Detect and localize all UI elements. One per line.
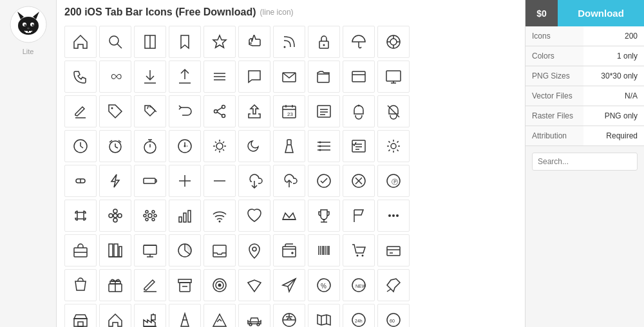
icon-asterisk[interactable] <box>134 200 166 232</box>
icon-factory[interactable] <box>134 304 166 327</box>
icon-download[interactable] <box>134 61 166 93</box>
icon-presentation[interactable] <box>134 234 166 266</box>
icon-stopwatch[interactable] <box>134 130 166 162</box>
icon-p-circle[interactable]: Ⓟ <box>377 165 410 197</box>
icon-briefcase[interactable] <box>64 234 97 266</box>
svg-point-57 <box>358 105 360 107</box>
icon-check-circle[interactable] <box>308 165 340 197</box>
search-input[interactable] <box>532 153 638 171</box>
icon-list[interactable] <box>308 95 340 127</box>
svg-point-16 <box>284 46 286 48</box>
icon-plus[interactable] <box>169 165 201 197</box>
icon-percent[interactable]: % <box>308 269 340 301</box>
icon-piechart[interactable] <box>169 234 201 266</box>
icon-alarm[interactable] <box>99 130 131 162</box>
icon-60fps[interactable]: 60 <box>377 304 410 327</box>
svg-line-64 <box>115 147 118 148</box>
icon-mail[interactable] <box>273 61 305 93</box>
icon-barchart[interactable] <box>169 200 201 232</box>
icon-phone[interactable] <box>64 61 97 93</box>
icon-calendar[interactable]: 23 <box>273 95 305 127</box>
icon-crown[interactable] <box>273 200 305 232</box>
icon-house[interactable] <box>99 304 131 327</box>
icon-new-badge[interactable]: NEW <box>343 269 375 301</box>
icon-barcode[interactable] <box>308 234 340 266</box>
icon-send[interactable] <box>273 269 305 301</box>
icon-share2[interactable] <box>238 95 270 127</box>
icon-bell[interactable] <box>343 95 375 127</box>
icon-24h[interactable]: 24h <box>343 304 375 327</box>
icon-flashlight[interactable] <box>273 130 305 162</box>
icon-flag[interactable] <box>343 200 375 232</box>
icon-bookshelf[interactable] <box>99 234 131 266</box>
icon-star[interactable] <box>204 26 236 58</box>
icon-lock[interactable] <box>308 26 340 58</box>
svg-rect-139 <box>109 244 113 257</box>
icon-wifi[interactable] <box>204 200 236 232</box>
info-label: Raster Files <box>526 106 583 126</box>
icon-minus[interactable] <box>204 165 236 197</box>
icon-creditcard[interactable] <box>377 234 410 266</box>
icon-lightning[interactable] <box>99 165 131 197</box>
icon-window[interactable] <box>343 61 375 93</box>
icon-rss[interactable] <box>273 26 305 58</box>
icon-cloud-download[interactable] <box>238 165 270 197</box>
icon-plane[interactable] <box>273 304 305 327</box>
icon-tag[interactable] <box>99 95 131 127</box>
icon-chat[interactable] <box>238 61 270 93</box>
icon-store[interactable] <box>64 304 97 327</box>
icon-search[interactable] <box>99 26 131 58</box>
icon-sun[interactable] <box>204 130 236 162</box>
icon-shoppingbag[interactable] <box>64 269 97 301</box>
icon-lifesaver[interactable] <box>377 26 410 58</box>
icon-car[interactable] <box>238 304 270 327</box>
icon-monitor[interactable] <box>377 61 410 93</box>
icon-timer[interactable] <box>169 130 201 162</box>
icon-x-circle[interactable] <box>343 165 375 197</box>
icon-tags[interactable] <box>134 95 166 127</box>
icon-folders[interactable] <box>308 61 340 93</box>
icon-pin[interactable] <box>377 269 410 301</box>
icon-battery[interactable] <box>134 165 166 197</box>
icon-moon[interactable] <box>238 130 270 162</box>
svg-point-87 <box>319 145 321 147</box>
icon-pill[interactable] <box>64 165 97 197</box>
icon-undo[interactable] <box>169 95 201 127</box>
icon-trophy[interactable] <box>308 200 340 232</box>
icon-settings[interactable] <box>377 130 410 162</box>
icon-list2[interactable] <box>308 130 340 162</box>
icon-location-pin[interactable] <box>238 234 270 266</box>
icon-clock[interactable] <box>64 130 97 162</box>
icon-edit[interactable] <box>64 95 97 127</box>
icon-command[interactable] <box>64 200 97 232</box>
icon-gift[interactable] <box>99 269 131 301</box>
icon-share[interactable] <box>204 95 236 127</box>
icon-monument[interactable] <box>169 304 201 327</box>
icon-more[interactable] <box>377 200 410 232</box>
icon-home[interactable] <box>64 26 97 58</box>
icon-map[interactable] <box>308 304 340 327</box>
icon-thumbsup[interactable] <box>238 26 270 58</box>
icon-archive[interactable] <box>169 269 201 301</box>
info-label: PNG Sizes <box>526 66 583 86</box>
icon-direction[interactable] <box>238 269 270 301</box>
icon-cloud-upload[interactable] <box>273 165 305 197</box>
icon-bell-off[interactable] <box>377 95 410 127</box>
icon-checklist[interactable] <box>343 130 375 162</box>
icon-book[interactable] <box>134 26 166 58</box>
icon-write[interactable] <box>134 269 166 301</box>
icon-umbrella[interactable] <box>343 26 375 58</box>
icon-flower[interactable] <box>99 200 131 232</box>
icon-target[interactable] <box>204 269 236 301</box>
icon-wallet[interactable] <box>273 234 305 266</box>
svg-point-7 <box>32 24 33 26</box>
icon-cart[interactable] <box>343 234 375 266</box>
icon-upload[interactable] <box>169 61 201 93</box>
icon-mountain[interactable] <box>204 304 236 327</box>
icon-heart[interactable] <box>238 200 270 232</box>
icon-menu[interactable] <box>204 61 236 93</box>
icon-infinity[interactable] <box>99 61 131 93</box>
icon-bookmark[interactable] <box>169 26 201 58</box>
download-button[interactable]: Download <box>558 0 644 26</box>
icon-inbox[interactable] <box>204 234 236 266</box>
